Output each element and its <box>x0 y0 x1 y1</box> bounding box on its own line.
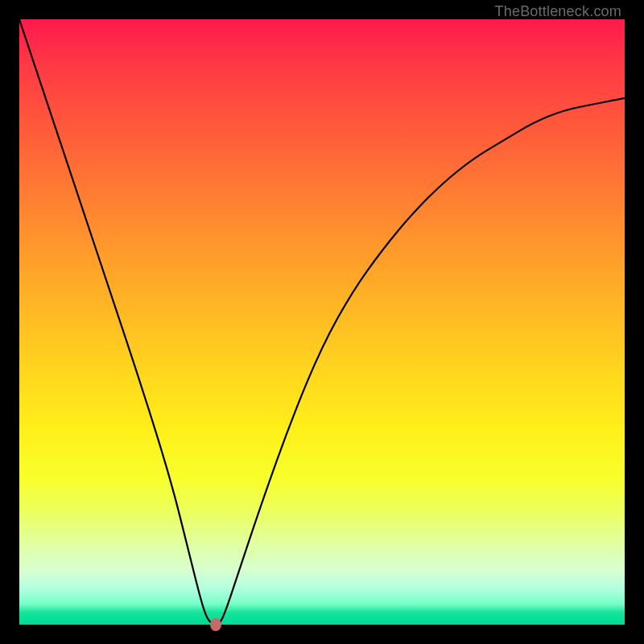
attribution-label: TheBottleneck.com <box>495 3 621 20</box>
curve-path <box>19 19 625 625</box>
bottleneck-curve <box>19 19 625 625</box>
chart-frame: TheBottleneck.com <box>0 0 644 644</box>
optimal-point-marker <box>210 618 221 631</box>
plot-area <box>19 19 625 625</box>
